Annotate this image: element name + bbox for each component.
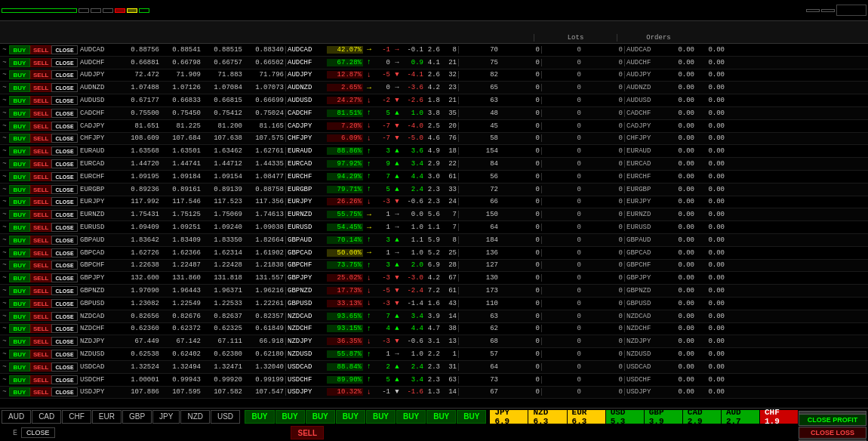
close-button[interactable]: CLOSE: [51, 96, 78, 105]
close-button[interactable]: CLOSE: [51, 83, 78, 92]
buy-button[interactable]: BUY: [9, 134, 30, 143]
close-button[interactable]: CLOSE: [51, 122, 78, 131]
buy-button[interactable]: BUY: [9, 337, 30, 346]
strength-tag-eur[interactable]: EUR 6.3: [568, 410, 605, 424]
currency-buy-btn-gbp[interactable]: BUY: [366, 410, 396, 424]
buy-button[interactable]: BUY: [9, 324, 30, 333]
close-button[interactable]: CLOSE: [51, 375, 78, 384]
sell-button[interactable]: SELL: [30, 286, 51, 295]
sell-button[interactable]: SELL: [30, 362, 51, 372]
close-button[interactable]: CLOSE: [51, 70, 78, 79]
close-button[interactable]: CLOSE: [51, 197, 78, 206]
buy-button[interactable]: BUY: [9, 159, 30, 168]
close-button[interactable]: CLOSE: [51, 146, 78, 156]
buy-button[interactable]: BUY: [9, 286, 30, 295]
buy-button[interactable]: BUY: [9, 362, 30, 372]
currency-buy-btn-jpy[interactable]: BUY: [396, 410, 426, 424]
close-loss-button[interactable]: CLOSE LOSS: [799, 427, 866, 439]
buy-button[interactable]: BUY: [9, 197, 30, 206]
close-button[interactable]: CLOSE: [51, 159, 78, 168]
sell-button[interactable]: SELL: [30, 109, 51, 118]
sell-button[interactable]: SELL: [30, 236, 51, 245]
currency-btn-cad[interactable]: CAD: [32, 410, 61, 424]
buy-button[interactable]: BUY: [9, 122, 30, 131]
currency-buy-btn-cad[interactable]: BUY: [275, 410, 305, 424]
close-button[interactable]: CLOSE: [51, 261, 78, 270]
sell-button[interactable]: SELL: [30, 45, 51, 54]
buy-button[interactable]: BUY: [9, 172, 30, 181]
close-button[interactable]: CLOSE: [51, 223, 78, 232]
buy-button[interactable]: BUY: [9, 96, 30, 105]
strength-tag-nzd[interactable]: NZD 6.3: [528, 410, 566, 424]
sell-button[interactable]: SELL: [30, 324, 51, 333]
close-button[interactable]: CLOSE: [51, 337, 78, 346]
strength-tag-gbp[interactable]: GBP 3.9: [645, 410, 682, 424]
close-button[interactable]: CLOSE: [51, 134, 78, 143]
close-button[interactable]: CLOSE: [51, 387, 78, 396]
sell-button[interactable]: SELL: [30, 261, 51, 270]
buy-button[interactable]: BUY: [9, 387, 30, 396]
currency-sell-btn-usd[interactable]: SELL: [291, 426, 324, 439]
sell-button[interactable]: SELL: [30, 273, 51, 282]
close-button[interactable]: CLOSE: [51, 58, 78, 67]
sell-button[interactable]: SELL: [30, 134, 51, 143]
currency-btn-aud[interactable]: AUD: [2, 410, 31, 424]
strength-tag-jpy[interactable]: JPY 6.9: [490, 410, 528, 424]
sell-button[interactable]: SELL: [30, 375, 51, 384]
sell-button[interactable]: SELL: [30, 159, 51, 168]
currency-btn-jpy[interactable]: JPY: [152, 410, 180, 424]
currency-btn-nzd[interactable]: NZD: [180, 410, 210, 424]
close-button[interactable]: CLOSE: [51, 172, 78, 181]
currency-btn-chf[interactable]: CHF: [62, 410, 91, 424]
sell-button[interactable]: SELL: [30, 83, 51, 92]
sell-button[interactable]: SELL: [30, 122, 51, 131]
buy-button[interactable]: BUY: [9, 45, 30, 54]
close-button[interactable]: CLOSE: [51, 45, 78, 54]
buy-button[interactable]: BUY: [9, 70, 30, 79]
sell-button[interactable]: SELL: [30, 387, 51, 396]
close-button[interactable]: CLOSE: [51, 210, 78, 219]
strength-tag-aud[interactable]: AUD 2.7: [722, 410, 759, 424]
currency-buy-btn-usd[interactable]: BUY: [457, 410, 486, 424]
close-button[interactable]: CLOSE: [51, 324, 78, 333]
close-button[interactable]: CLOSE: [51, 185, 78, 194]
sell-button[interactable]: SELL: [30, 350, 51, 359]
sell-button[interactable]: SELL: [30, 70, 51, 79]
buy-button[interactable]: BUY: [9, 261, 30, 270]
close-button[interactable]: CLOSE: [51, 286, 78, 295]
sell-button[interactable]: SELL: [30, 248, 51, 258]
currency-buy-btn-nzd[interactable]: BUY: [426, 410, 456, 424]
buy-button[interactable]: BUY: [9, 109, 30, 118]
close-profit-button[interactable]: CLOSE PROFIT: [799, 414, 866, 426]
buy-button[interactable]: BUY: [9, 83, 30, 92]
buy-button[interactable]: BUY: [9, 236, 30, 245]
buy-button[interactable]: BUY: [9, 185, 30, 194]
close-button[interactable]: CLOSE: [51, 312, 78, 321]
sell-button[interactable]: SELL: [30, 299, 51, 308]
buy-button[interactable]: BUY: [9, 273, 30, 282]
close-button[interactable]: CLOSE: [51, 350, 78, 359]
currency-btn-eur[interactable]: EUR: [92, 410, 122, 424]
strength-tag-chf[interactable]: CHF 1.9: [760, 410, 798, 424]
buy-button[interactable]: BUY: [9, 210, 30, 219]
sell-button[interactable]: SELL: [30, 312, 51, 321]
close-button[interactable]: CLOSE: [51, 362, 78, 372]
currency-btn-gbp[interactable]: GBP: [122, 410, 152, 424]
sell-button[interactable]: SELL: [30, 172, 51, 181]
buy-button[interactable]: BUY: [9, 146, 30, 156]
close-button[interactable]: CLOSE: [51, 299, 78, 308]
sell-button[interactable]: SELL: [30, 210, 51, 219]
close-button[interactable]: CLOSE: [51, 273, 78, 282]
sell-button[interactable]: SELL: [30, 197, 51, 206]
sell-button[interactable]: SELL: [30, 185, 51, 194]
buy-button[interactable]: BUY: [9, 299, 30, 308]
close-button[interactable]: CLOSE: [51, 248, 78, 258]
buy-button[interactable]: BUY: [9, 350, 30, 359]
sell-button[interactable]: SELL: [30, 223, 51, 232]
buy-button[interactable]: BUY: [9, 312, 30, 321]
close-bottom-button[interactable]: CLOSE: [21, 427, 55, 438]
sell-button[interactable]: SELL: [30, 146, 51, 156]
input-value[interactable]: [836, 5, 866, 16]
close-button[interactable]: CLOSE: [51, 109, 78, 118]
sell-button[interactable]: SELL: [30, 58, 51, 67]
